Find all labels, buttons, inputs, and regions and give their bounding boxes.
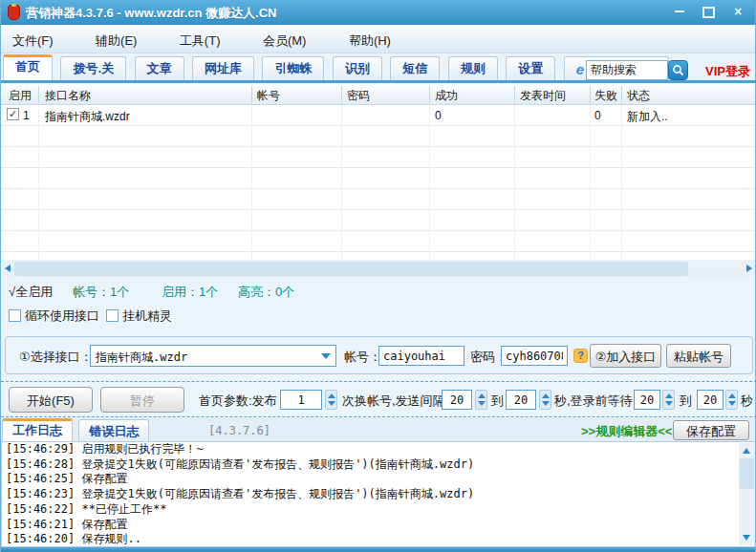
gap-min-stepper[interactable]	[475, 390, 487, 410]
interface-fieldset: ①选择接口： 指南针商城.wzdr 帐号： 密码： ? ②加入接口 粘贴帐号	[5, 336, 753, 374]
log-line: [15:46:25] 保存配置	[2, 472, 756, 487]
password-field[interactable]	[501, 346, 568, 366]
stepper-up-icon[interactable]	[328, 393, 335, 398]
publish-count-field[interactable]	[280, 390, 322, 410]
tab-error-log[interactable]: 错误日志	[78, 419, 149, 441]
title-bar: 营销神器4.3.7.6 - www.wzdr.cn 微赚达人.CN ×	[1, 0, 756, 25]
wait-max-stepper[interactable]	[725, 390, 738, 410]
col-success[interactable]: 成功	[435, 88, 458, 104]
tab-recognize[interactable]: 识别	[333, 56, 382, 80]
log-line: [15:46:28] 登录提交1失败(可能原因请查看'发布报告、规则报告')(指…	[2, 457, 756, 473]
tab-urls[interactable]: 网址库	[192, 56, 254, 80]
wait-min-stepper[interactable]	[662, 390, 675, 410]
col-name[interactable]: 接口名称	[45, 88, 91, 104]
window-title: 营销神器4.3.7.6 - www.wzdr.cn 微赚达人.CN	[26, 5, 276, 22]
to-label-1: 到	[491, 393, 504, 410]
menu-file[interactable]: 文件(F)	[5, 31, 61, 52]
maximize-button[interactable]	[696, 4, 721, 20]
log-area: [15:46:29] 启用规则已执行完毕！~ [15:46:28] 登录提交1失…	[1, 441, 756, 547]
account-field[interactable]	[378, 346, 464, 366]
horizontal-scrollbar[interactable]	[1, 261, 756, 277]
gap-max-stepper[interactable]	[539, 390, 551, 410]
table-header: 启用 接口名称 帐号 密码 成功 发表时间 失败 状态	[1, 84, 756, 105]
col-status[interactable]: 状态	[627, 88, 650, 104]
add-interface-button[interactable]: ②加入接口	[590, 344, 661, 368]
interface-select[interactable]: 指南针商城.wzdr	[90, 345, 336, 367]
app-window: 营销神器4.3.7.6 - www.wzdr.cn 微赚达人.CN × 文件(F…	[0, 0, 756, 552]
tab-work-log[interactable]: 工作日志	[2, 418, 73, 441]
gap-min-field[interactable]	[442, 390, 472, 410]
options-row: 循环使用接口 挂机精灵	[1, 308, 756, 325]
row-status: 新加入..	[627, 109, 668, 125]
col-posttime[interactable]: 发表时间	[520, 88, 566, 104]
tab-article[interactable]: 文章	[135, 56, 184, 80]
minimize-button[interactable]	[667, 4, 692, 20]
help-icon[interactable]: ?	[573, 349, 588, 363]
start-button[interactable]: 开始(F5)	[9, 387, 93, 413]
chevron-down-icon	[321, 353, 331, 359]
tab-home[interactable]: 首页	[3, 54, 53, 80]
menu-help[interactable]: 帮助(H)	[341, 31, 399, 52]
pause-button[interactable]: 暂停	[100, 387, 184, 413]
stats-row: √全启用 帐号：1个 启用：1个 高亮：0个	[1, 284, 756, 303]
tab-sms[interactable]: 短信	[390, 56, 440, 80]
save-config-button[interactable]: 保存配置	[673, 420, 749, 440]
select-all-toggle[interactable]: √全启用	[9, 284, 53, 301]
checkbox-icon	[9, 309, 21, 322]
header-separator	[429, 86, 430, 103]
scroll-up-icon[interactable]	[743, 448, 750, 454]
log-tab-bar: 工作日志 错误日志 [4.3.7.6] >>规则编辑器<< 保存配置	[1, 418, 756, 441]
log-line: [15:46:23] 登录提交1失败(可能原因请查看'发布报告、规则报告')(指…	[2, 487, 756, 502]
scroll-right-icon[interactable]	[746, 265, 752, 272]
header-separator	[341, 86, 342, 103]
vertical-scrollbar[interactable]	[739, 443, 755, 545]
table-row[interactable]: ✓ 1 指南针商城.wzdr 0 0 新加入..	[1, 105, 756, 126]
seconds-wait-label: 秒,登录前等待	[554, 393, 633, 410]
row-enable-checkbox[interactable]: ✓	[7, 108, 19, 120]
loop-interface-checkbox[interactable]: 循环使用接口	[9, 308, 99, 325]
stat-highlight: 高亮：0个	[238, 284, 294, 301]
per-account-label: 次换帐号,发送间隔	[342, 393, 445, 410]
row-fail-count: 0	[594, 109, 601, 122]
header-separator	[590, 86, 591, 103]
search-button[interactable]	[668, 60, 688, 80]
gap-max-field[interactable]	[506, 390, 536, 410]
col-password[interactable]: 密码	[347, 88, 370, 104]
tab-rules[interactable]: 规则	[448, 56, 498, 80]
header-separator	[514, 86, 515, 103]
tab-settings[interactable]: 设置	[506, 56, 555, 80]
interface-table: 启用 接口名称 帐号 密码 成功 发表时间 失败 状态 ✓ 1 指南针商城.wz…	[1, 84, 756, 260]
wait-max-field[interactable]	[697, 390, 724, 410]
hscroll-thumb[interactable]	[14, 262, 688, 276]
params-label: 首页参数:发布	[199, 393, 277, 410]
account-label: 帐号：	[344, 349, 381, 366]
scroll-down-icon[interactable]	[743, 535, 750, 541]
menu-bar: 文件(F) 辅助(E) 工具(T) 会员(M) 帮助(H)	[1, 25, 756, 53]
help-search-input[interactable]	[586, 60, 668, 80]
col-account[interactable]: 帐号	[257, 88, 280, 104]
stepper-down-icon[interactable]	[328, 401, 335, 406]
vscroll-thumb[interactable]	[740, 458, 754, 489]
wait-min-field[interactable]	[634, 390, 660, 410]
scroll-left-icon[interactable]	[5, 265, 11, 272]
rule-editor-link[interactable]: >>规则编辑器<<	[581, 423, 672, 440]
tab-divider	[1, 80, 756, 83]
hang-spirit-checkbox[interactable]: 挂机精灵	[106, 308, 172, 325]
checkbox-icon	[106, 309, 119, 322]
tab-spider[interactable]: 引蜘蛛	[262, 56, 324, 80]
header-separator	[251, 86, 252, 103]
log-line: [15:46:29] 启用规则已执行完毕！~	[2, 442, 756, 457]
vip-login-link[interactable]: VIP登录	[705, 63, 750, 80]
close-button[interactable]: ×	[725, 4, 750, 20]
tab-dial[interactable]: 拨号.关	[60, 56, 126, 80]
app-icon	[8, 5, 20, 20]
col-fail[interactable]: 失败	[594, 88, 617, 104]
col-enable[interactable]: 启用	[9, 88, 32, 104]
row-interface-name: 指南针商城.wzdr	[45, 109, 130, 125]
menu-assist[interactable]: 辅助(E)	[88, 31, 144, 52]
paste-account-button[interactable]: 粘贴帐号	[666, 344, 731, 368]
header-separator	[38, 86, 39, 103]
menu-tools[interactable]: 工具(T)	[172, 31, 228, 52]
publish-stepper[interactable]	[325, 390, 337, 410]
menu-member[interactable]: 会员(M)	[255, 31, 314, 52]
